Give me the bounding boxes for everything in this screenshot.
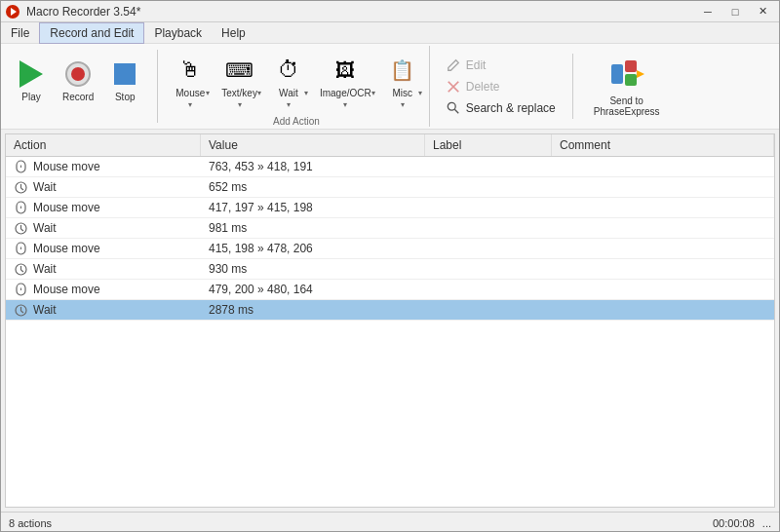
delete-label: Delete (466, 80, 500, 94)
delete-button[interactable]: Delete (438, 77, 565, 96)
value-cell: 2878 ms (201, 300, 425, 320)
action-cell: Wait (6, 259, 201, 279)
value-cell: 417, 197 » 415, 198 (201, 198, 425, 217)
table-row[interactable]: Wait930 ms (6, 259, 774, 280)
svg-rect-6 (611, 64, 623, 84)
edit-label: Edit (466, 58, 487, 72)
status-bar: 8 actions 00:00:08 ... (1, 512, 779, 532)
comment-cell (552, 198, 774, 217)
play-button[interactable]: Play (9, 54, 54, 120)
misc-button[interactable]: 📋 Misc ▾ (380, 50, 425, 116)
action-label: Wait (33, 180, 57, 194)
menu-record-and-edit[interactable]: Record and Edit (39, 22, 144, 44)
value-cell: 479, 200 » 480, 164 (201, 280, 425, 299)
record-icon (62, 58, 94, 90)
value-cell: 763, 453 » 418, 191 (201, 157, 425, 176)
send-label: Send toPhraseExpress (594, 95, 660, 117)
content-area: Action Value Label Comment Mouse move763… (1, 130, 779, 512)
wait-row-icon (14, 180, 27, 194)
header-comment: Comment (552, 134, 774, 156)
svg-line-14 (20, 188, 23, 190)
svg-rect-7 (625, 60, 637, 72)
table-row[interactable]: Wait981 ms (6, 218, 774, 239)
action-label: Mouse move (33, 242, 100, 255)
textkey-label: Text/key (221, 88, 257, 98)
table-row[interactable]: Mouse move479, 200 » 480, 164 (6, 280, 774, 300)
wait-row-icon (14, 221, 27, 235)
table-row[interactable]: Mouse move417, 197 » 415, 198 (6, 198, 774, 218)
edit-button[interactable]: Edit (438, 56, 565, 75)
stop-button[interactable]: Stop (102, 54, 147, 120)
minimize-button[interactable]: ─ (695, 4, 721, 19)
action-cell: Mouse move (6, 157, 201, 176)
title-text: Macro Recorder 3.54* (26, 5, 140, 19)
wait-row-icon (14, 303, 27, 317)
search-replace-button[interactable]: Search & replace (438, 98, 565, 118)
comment-cell (552, 239, 774, 258)
action-label: Wait (33, 262, 57, 276)
phraseexpress-icon (609, 57, 644, 92)
mouse-dropdown-arrow: ▾ (188, 100, 192, 109)
record-label: Record (62, 92, 94, 102)
timer: 00:00:08 (713, 517, 755, 529)
header-action: Action (6, 134, 201, 156)
label-cell (425, 239, 552, 258)
menu-bar: File Record and Edit Playback Help (1, 22, 779, 44)
table-row[interactable]: Mouse move415, 198 » 478, 206 (6, 239, 774, 259)
maximize-button[interactable]: □ (722, 4, 748, 19)
send-to-phraseexpress-button[interactable]: Send toPhraseExpress (581, 50, 673, 123)
mouse-icon: 🖱 (175, 55, 206, 86)
record-button[interactable]: Record (56, 54, 100, 120)
wait-label: Wait (279, 88, 298, 98)
status-dots: ... (762, 517, 771, 529)
textkey-dropdown-arrow: ▾ (238, 100, 242, 109)
imageocr-dropdown-arrow: ▾ (343, 100, 347, 109)
delete-icon (447, 80, 460, 94)
imageocr-button[interactable]: 🖼 Image/OCR ▾ (313, 50, 378, 116)
table-row[interactable]: Wait2878 ms (6, 300, 774, 321)
wait-button[interactable]: ⏱ Wait ▾ (266, 50, 311, 116)
svg-marker-9 (637, 70, 644, 78)
edit-actions: Edit Delete Search & replace (430, 46, 775, 127)
misc-dropdown-arrow: ▾ (401, 100, 405, 109)
svg-line-24 (20, 270, 23, 272)
label-cell (425, 300, 552, 320)
comment-cell (552, 157, 774, 176)
playback-controls: Play Record Stop (5, 46, 151, 127)
close-button[interactable]: ✕ (750, 4, 775, 19)
label-cell (425, 157, 552, 176)
header-label: Label (425, 134, 552, 156)
wait-row-icon (14, 262, 27, 276)
value-cell: 930 ms (201, 259, 425, 279)
edit-icon (447, 58, 460, 72)
svg-point-4 (448, 102, 455, 110)
search-icon (447, 101, 460, 115)
header-value: Value (201, 134, 425, 156)
table-header: Action Value Label Comment (6, 134, 774, 157)
action-label: Mouse move (33, 160, 100, 173)
menu-playback[interactable]: Playback (144, 22, 212, 44)
table-row[interactable]: Wait652 ms (6, 177, 774, 198)
mouse-button[interactable]: 🖱 Mouse ▾ (168, 50, 213, 116)
menu-file[interactable]: File (1, 22, 39, 44)
svg-line-5 (454, 109, 458, 113)
label-cell (425, 259, 552, 279)
table-row[interactable]: Mouse move763, 453 » 418, 191 (6, 157, 774, 177)
imageocr-icon: 🖼 (330, 55, 361, 86)
title-controls: ─ □ ✕ (695, 4, 775, 19)
table-container: Action Value Label Comment Mouse move763… (5, 133, 775, 508)
actions-count: 8 actions (9, 517, 52, 529)
textkey-button[interactable]: ⌨ Text/key ▾ (214, 50, 264, 116)
add-action-label: Add Action (273, 116, 320, 129)
menu-help[interactable]: Help (212, 22, 255, 44)
title-bar-left: Macro Recorder 3.54* (5, 4, 140, 19)
comment-cell (552, 280, 774, 299)
action-cell: Wait (6, 218, 201, 238)
comment-cell (552, 177, 774, 197)
label-cell (425, 198, 552, 217)
search-replace-label: Search & replace (466, 101, 556, 115)
add-action-section: 🖱 Mouse ▾ ⌨ Text/key ▾ ⏱ Wait ▾ 🖼 Image/… (164, 46, 429, 127)
label-cell (425, 280, 552, 299)
label-cell (425, 177, 552, 197)
action-cell: Mouse move (6, 280, 201, 299)
